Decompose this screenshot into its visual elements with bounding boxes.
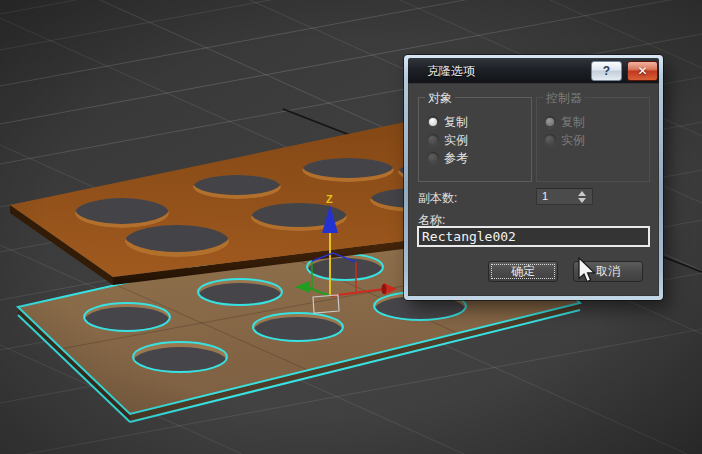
copies-value: 1	[542, 190, 548, 202]
radio-icon	[427, 152, 439, 164]
clone-options-dialog: 克隆选项 ? ✕ 对象 复制 实例 参考 控制器 复制 实例	[404, 55, 663, 300]
mouse-cursor-icon	[577, 257, 601, 285]
radio-icon	[427, 134, 439, 146]
copies-label: 副本数:	[418, 190, 457, 207]
radio-object-reference[interactable]: 参考	[427, 151, 468, 165]
close-icon[interactable]: ✕	[627, 61, 658, 81]
radio-controller-instance: 实例	[544, 133, 585, 147]
radio-selected-disabled-icon	[544, 116, 556, 128]
radio-disabled-icon	[544, 134, 556, 146]
viewport[interactable]: Z 克隆选项 ? ✕ 对象 复制 实例	[0, 0, 702, 454]
radio-object-instance[interactable]: 实例	[427, 133, 468, 147]
ok-button[interactable]: 确定	[488, 261, 558, 282]
radio-controller-copy: 复制	[544, 115, 585, 129]
radio-object-copy[interactable]: 复制	[427, 115, 468, 129]
name-input[interactable]	[417, 226, 650, 247]
help-button[interactable]: ?	[591, 61, 622, 81]
spinner-down-icon[interactable]	[578, 198, 586, 203]
copies-spinner[interactable]: 1	[536, 188, 593, 205]
dialog-title: 克隆选项	[427, 63, 475, 80]
object-group-label: 对象	[425, 90, 455, 107]
controller-group-label: 控制器	[543, 90, 585, 107]
spinner-up-icon[interactable]	[578, 191, 586, 196]
spinner-arrows[interactable]	[578, 191, 588, 203]
radio-selected-icon	[427, 116, 439, 128]
